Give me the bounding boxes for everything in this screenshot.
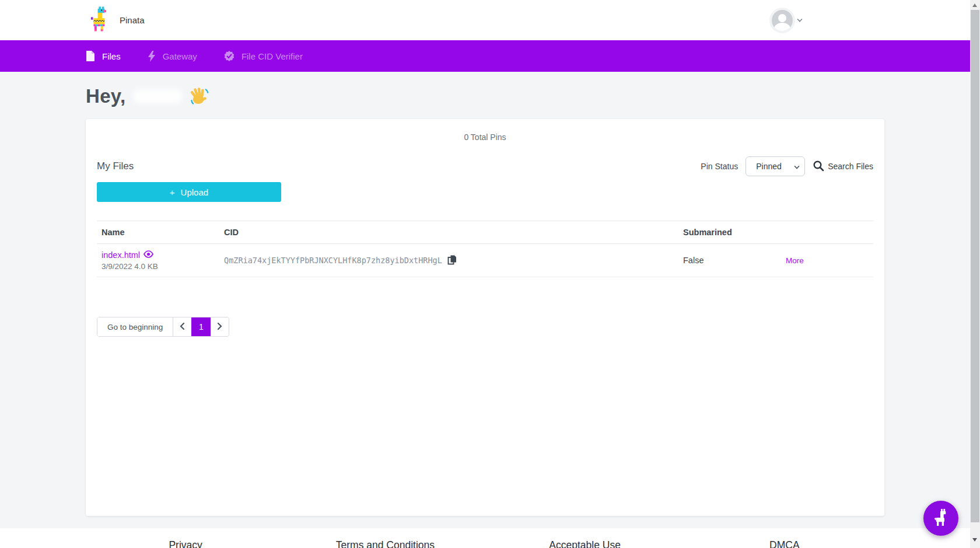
account-menu[interactable] (772, 10, 803, 31)
current-page-indicator[interactable]: 1 (191, 317, 211, 336)
go-to-beginning-button[interactable]: Go to beginning (97, 317, 173, 336)
nav-item-files[interactable]: Files (86, 51, 121, 62)
panel-title: My Files (97, 160, 134, 172)
total-pins-count: 0 Total Pins (97, 132, 873, 142)
chevron-left-icon (180, 323, 185, 331)
chevron-down-icon (797, 16, 803, 22)
search-files-button[interactable]: Search Files (813, 160, 873, 173)
brand-name: Pinata (120, 15, 145, 25)
brand[interactable]: Pinata (90, 6, 145, 34)
scroll-up-arrow-icon[interactable] (972, 4, 977, 7)
vertical-scrollbar[interactable] (970, 0, 980, 548)
pin-status-select-wrap: Pinned (746, 156, 805, 176)
previous-page-button[interactable] (173, 317, 191, 336)
copy-cid-button[interactable] (447, 254, 457, 267)
app-header: Pinata (0, 0, 970, 40)
column-header-submarined: Submarined (678, 221, 781, 244)
upload-button-label: Upload (181, 187, 209, 197)
table-row: index.html 3/9/2022 4.0 KB (97, 244, 873, 277)
main-nav: Files Gateway File CID Verifier (0, 40, 970, 72)
eye-icon[interactable] (144, 250, 153, 260)
column-header-name: Name (97, 221, 219, 244)
files-toolbar: My Files Pin Status Pinned (97, 156, 873, 176)
pin-status-label: Pin Status (701, 162, 738, 171)
verified-icon (224, 51, 235, 61)
page: Pinata Files (0, 0, 980, 548)
llama-icon (933, 509, 949, 528)
submarined-value: False (683, 256, 704, 265)
file-cid: QmZRia74xjEkTYYfPbRJNXCYLHfK8p7zhz8yibDx… (224, 256, 442, 265)
pinata-llama-logo-icon (90, 6, 111, 34)
plus-icon: + (170, 187, 175, 197)
files-table: Name CID Submarined index.html (97, 221, 873, 277)
footer-link-terms[interactable]: Terms and Conditions (336, 539, 435, 548)
pinata-fab-button[interactable] (923, 501, 958, 536)
nav-item-label: Files (102, 51, 121, 61)
scrollbar-thumb[interactable] (971, 10, 979, 522)
nav-item-label: Gateway (163, 51, 197, 61)
pin-status-select[interactable]: Pinned (746, 156, 805, 176)
lightning-icon (148, 51, 156, 62)
nav-item-label: File CID Verifier (242, 51, 303, 61)
greeting-text: Hey, (86, 85, 125, 107)
file-meta: 3/9/2022 4.0 KB (102, 262, 215, 271)
column-header-actions (781, 221, 873, 244)
search-files-label: Search Files (828, 162, 873, 171)
waving-hand-icon (188, 86, 209, 107)
nav-item-file-cid-verifier[interactable]: File CID Verifier (224, 51, 303, 61)
nav-item-gateway[interactable]: Gateway (148, 51, 197, 62)
redacted-username (134, 89, 181, 103)
chevron-right-icon (217, 323, 222, 331)
files-card: 0 Total Pins My Files Pin Status Pinned (86, 119, 884, 516)
pagination: Go to beginning 1 (97, 317, 229, 337)
more-link[interactable]: More (786, 256, 804, 265)
user-avatar[interactable] (772, 10, 793, 31)
search-icon (813, 160, 824, 173)
table-header-row: Name CID Submarined (97, 221, 873, 244)
footer-link-dmca[interactable]: DMCA (769, 539, 800, 548)
main-content: Hey, (0, 85, 970, 516)
page-greeting: Hey, (86, 85, 884, 107)
file-icon (86, 51, 95, 62)
copy-icon (447, 254, 457, 267)
column-header-cid: CID (219, 221, 678, 244)
footer-link-privacy[interactable]: Privacy (169, 539, 202, 548)
file-name-link[interactable]: index.html (102, 250, 140, 260)
upload-button[interactable]: + Upload (97, 182, 281, 202)
app-footer: Privacy Terms and Conditions Acceptable … (0, 528, 970, 548)
scroll-down-arrow-icon[interactable] (972, 538, 977, 542)
footer-link-acceptable-use[interactable]: Acceptable Use (549, 539, 621, 548)
next-page-button[interactable] (211, 317, 229, 336)
